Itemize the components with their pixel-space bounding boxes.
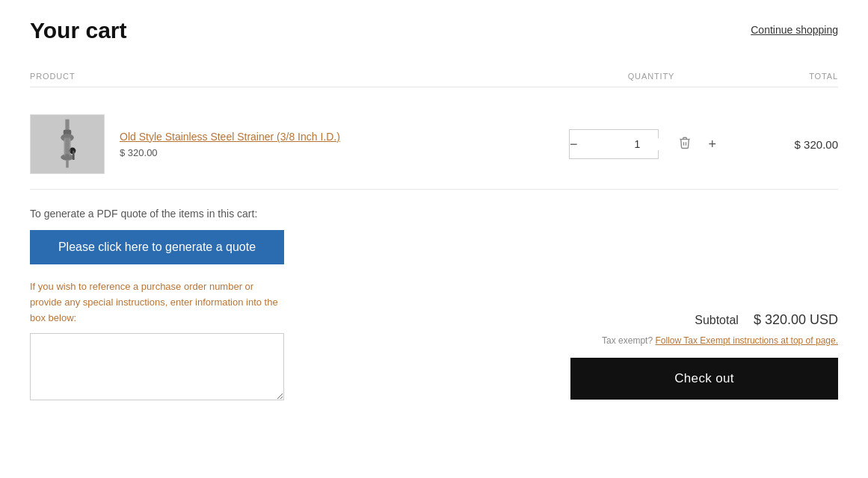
po-instructions: If you wish to reference a purchase orde…	[30, 279, 284, 326]
tax-exempt-text: Tax exempt? Follow Tax Exempt instructio…	[602, 335, 838, 346]
tax-exempt-label: Tax exempt?	[602, 335, 653, 346]
subtotal-label: Subtotal	[695, 314, 739, 327]
column-total: TOTAL	[718, 72, 838, 81]
svg-rect-9	[70, 139, 71, 156]
generate-quote-button[interactable]: Please click here to generate a quote	[30, 230, 284, 264]
tax-exempt-link[interactable]: Follow Tax Exempt instructions at top of…	[655, 335, 838, 346]
svg-point-4	[61, 154, 74, 161]
quantity-wrapper: − +	[569, 129, 718, 159]
lower-section: To generate a PDF quote of the items in …	[30, 208, 838, 403]
column-quantity: QUANTITY	[584, 72, 718, 81]
left-section: To generate a PDF quote of the items in …	[30, 208, 539, 403]
svg-rect-8	[64, 139, 66, 156]
product-price: $ 320.00	[120, 147, 569, 158]
item-actions	[666, 133, 704, 156]
right-section: Subtotal $ 320.00 USD Tax exempt? Follow…	[554, 208, 838, 403]
pdf-quote-label: To generate a PDF quote of the items in …	[30, 208, 524, 220]
increase-quantity-button[interactable]: +	[709, 130, 717, 158]
svg-rect-7	[73, 151, 75, 160]
decrease-quantity-button[interactable]: −	[570, 130, 578, 158]
continue-shopping-link[interactable]: Continue shopping	[751, 24, 838, 36]
checkout-button[interactable]: Check out	[570, 358, 838, 400]
item-total: $ 320.00	[718, 138, 838, 151]
column-product: PRODUCT	[30, 72, 584, 81]
table-row: Old Style Stainless Steel Strainer (3/8 …	[30, 99, 838, 190]
po-textarea[interactable]	[30, 333, 284, 400]
quantity-controls: − +	[569, 129, 659, 159]
subtotal-amount: $ 320.00 USD	[754, 312, 838, 328]
product-name[interactable]: Old Style Stainless Steel Strainer (3/8 …	[120, 131, 569, 143]
cart-header: Your cart Continue shopping	[30, 18, 838, 43]
table-header: PRODUCT QUANTITY TOTAL	[30, 66, 838, 87]
svg-rect-5	[66, 160, 69, 168]
delete-item-button[interactable]	[675, 133, 695, 156]
product-image	[30, 114, 105, 174]
product-info: Old Style Stainless Steel Strainer (3/8 …	[105, 131, 569, 158]
page-title: Your cart	[30, 18, 126, 43]
subtotal-row: Subtotal $ 320.00 USD	[695, 312, 838, 328]
